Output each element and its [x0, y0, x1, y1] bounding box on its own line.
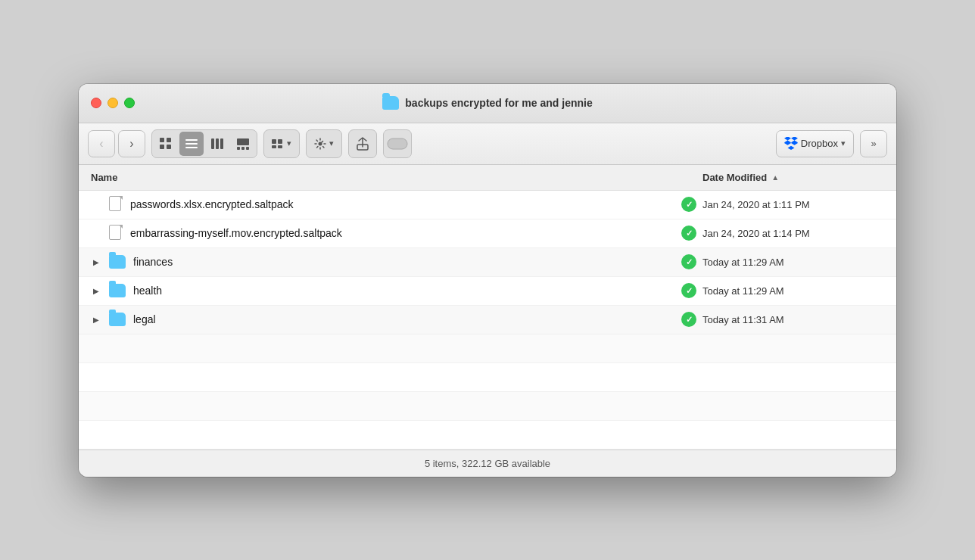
grid-icon [159, 137, 173, 151]
svg-rect-3 [167, 145, 171, 149]
file-name: embarrassing-myself.mov.encrypted.saltpa… [130, 227, 342, 239]
toolbar: ‹ › [79, 123, 896, 165]
disclosure-triangle-icon[interactable]: ▶ [91, 285, 101, 296]
traffic-lights [91, 98, 135, 108]
view-column-button[interactable] [205, 132, 229, 156]
list-item[interactable]: ▶ health ✓ Today at 11:29 AM [79, 277, 896, 306]
list-icon [185, 138, 198, 149]
file-date: Today at 11:29 AM [702, 257, 884, 268]
share-button[interactable] [350, 132, 375, 156]
svg-rect-13 [246, 147, 249, 150]
folder-icon [109, 313, 126, 326]
title-bar: backups encrypted for me and jennie [79, 84, 896, 123]
svg-rect-6 [185, 147, 198, 148]
view-gallery-button[interactable] [231, 132, 255, 156]
file-row-name: embarrassing-myself.mov.encrypted.saltpa… [91, 225, 681, 241]
maximize-button[interactable] [124, 98, 135, 108]
file-row-name: ▶ legal [91, 313, 681, 326]
window-title: backups encrypted for me and jennie [405, 97, 592, 109]
svg-rect-1 [167, 138, 171, 142]
arrange-icon [272, 138, 284, 149]
more-button[interactable]: » [860, 130, 887, 157]
forward-icon: › [129, 137, 133, 151]
list-item[interactable]: passwords.xlsx.encrypted.saltpack ✓ Jan … [79, 191, 896, 219]
svg-rect-8 [216, 138, 219, 149]
svg-rect-0 [160, 138, 164, 142]
sync-status-icon: ✓ [681, 254, 696, 269]
dropbox-button[interactable]: Dropbox ▾ [776, 130, 854, 157]
svg-rect-4 [185, 139, 198, 141]
folder-icon [109, 255, 126, 269]
file-name: passwords.xlsx.encrypted.saltpack [130, 198, 294, 210]
tag-group [383, 129, 412, 158]
file-row-name: passwords.xlsx.encrypted.saltpack [91, 196, 681, 213]
list-item[interactable]: embarrassing-myself.mov.encrypted.saltpa… [79, 219, 896, 248]
file-date: Jan 24, 2020 at 1:14 PM [702, 228, 884, 239]
svg-rect-9 [220, 138, 223, 149]
name-column-header[interactable]: Name [91, 172, 702, 183]
view-list-button[interactable] [179, 132, 204, 156]
svg-rect-12 [241, 147, 245, 150]
svg-rect-11 [237, 147, 240, 150]
svg-rect-15 [278, 139, 282, 144]
arrange-chevron-icon: ▾ [287, 138, 291, 148]
sort-arrow-icon: ▲ [771, 173, 779, 182]
disclosure-triangle-icon[interactable]: ▶ [91, 257, 101, 267]
svg-rect-17 [278, 145, 282, 148]
finder-window: backups encrypted for me and jennie ‹ › [79, 84, 896, 477]
close-button[interactable] [91, 98, 101, 108]
svg-rect-2 [160, 145, 164, 149]
file-list-header: Name Date Modified ▲ [79, 165, 896, 191]
forward-button[interactable]: › [118, 130, 145, 157]
nav-group: ‹ › [88, 130, 145, 157]
file-date: Jan 24, 2020 at 1:11 PM [702, 199, 884, 210]
file-row-name: ▶ finances [91, 255, 681, 269]
column-icon [210, 138, 224, 150]
svg-rect-20 [388, 138, 407, 149]
sync-status-icon: ✓ [681, 226, 696, 241]
file-doc-icon [109, 196, 123, 213]
share-icon [357, 137, 369, 151]
empty-row [79, 334, 896, 363]
arrange-group: ▾ [263, 129, 300, 158]
share-group [348, 129, 377, 158]
gallery-icon [236, 138, 250, 150]
svg-rect-14 [272, 139, 276, 144]
list-item[interactable]: ▶ finances ✓ Today at 11:29 AM [79, 248, 896, 277]
window-title-group: backups encrypted for me and jennie [382, 96, 592, 110]
file-date: Today at 11:29 AM [702, 285, 884, 297]
folder-name: legal [133, 313, 156, 325]
status-bar: 5 items, 322.12 GB available [79, 450, 896, 477]
sync-status-icon: ✓ [681, 312, 696, 327]
dropbox-chevron-icon: ▾ [841, 138, 846, 148]
action-group: ▾ [306, 129, 342, 158]
view-group [151, 129, 257, 158]
file-row-name: ▶ health [91, 284, 681, 297]
folder-name: finances [133, 256, 173, 268]
title-folder-icon [382, 96, 399, 110]
svg-rect-16 [272, 145, 276, 148]
file-list: Name Date Modified ▲ passwords.xlsx.encr… [79, 165, 896, 450]
gear-icon [314, 138, 326, 150]
tag-button[interactable] [385, 132, 410, 156]
file-date: Today at 11:31 AM [702, 314, 884, 325]
back-icon: ‹ [99, 137, 103, 151]
sync-status-icon: ✓ [681, 197, 696, 212]
folder-name: health [133, 285, 162, 297]
disclosure-triangle-icon[interactable]: ▶ [91, 314, 101, 325]
file-doc-icon [109, 225, 123, 241]
empty-row [79, 392, 896, 421]
minimize-button[interactable] [107, 98, 118, 108]
folder-icon [109, 284, 126, 297]
action-button[interactable]: ▾ [308, 132, 340, 156]
more-icon: » [871, 138, 876, 149]
status-text: 5 items, 322.12 GB available [425, 458, 550, 469]
arrange-button[interactable]: ▾ [266, 132, 297, 156]
list-item[interactable]: ▶ legal ✓ Today at 11:31 AM [79, 306, 896, 334]
svg-rect-7 [211, 138, 214, 149]
back-button[interactable]: ‹ [88, 130, 115, 157]
view-icon-button[interactable] [154, 132, 178, 156]
dropbox-label: Dropbox [801, 138, 838, 149]
tag-icon [387, 137, 408, 151]
date-column-header[interactable]: Date Modified ▲ [702, 172, 884, 183]
